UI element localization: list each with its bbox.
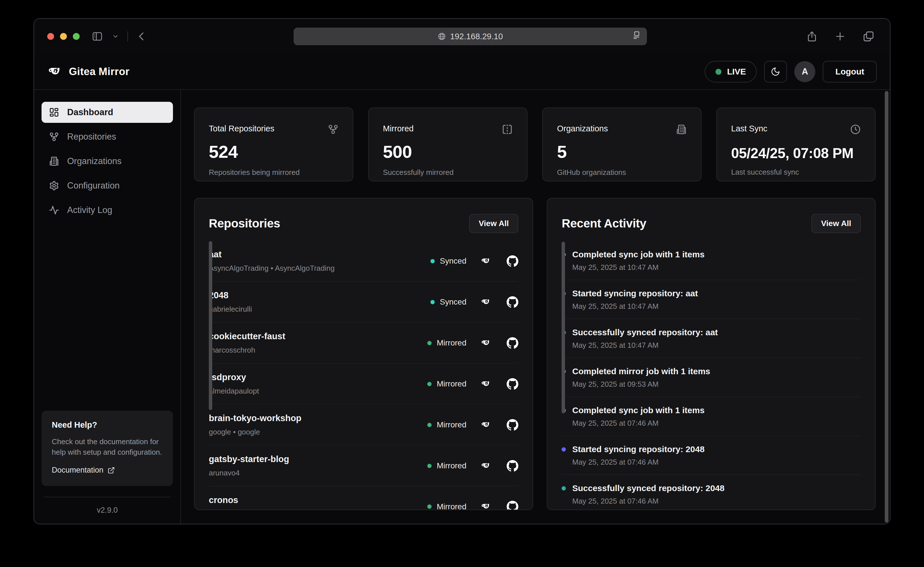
gitea-cup-icon[interactable] [481, 461, 491, 471]
sidebar-divider [44, 497, 171, 497]
activity-text: Started syncing repository: 2048 [572, 444, 705, 454]
status-dot [427, 504, 431, 509]
status-dot [430, 259, 435, 263]
repositories-view-all-button[interactable]: View All [469, 214, 518, 233]
sidebar-item-activity-log[interactable]: Activity Log [42, 200, 173, 220]
avatar[interactable]: A [794, 61, 815, 82]
gitea-cup-icon[interactable] [481, 297, 491, 307]
gear-icon [49, 181, 59, 191]
stat-title: Last Sync [731, 124, 767, 134]
github-icon[interactable] [507, 419, 518, 431]
reader-icon[interactable] [632, 31, 641, 39]
layout-dashboard-icon [49, 107, 59, 117]
sidebar-item-configuration[interactable]: Configuration [42, 175, 173, 196]
documentation-link[interactable]: Documentation [52, 466, 163, 475]
activity-timestamp: May 25, 2025 at 10:47 AM [572, 302, 861, 311]
gitea-cup-icon[interactable] [481, 502, 491, 510]
mirror-icon [502, 124, 512, 135]
recent-activity-panel: Recent Activity View All Completed sync … [547, 198, 876, 510]
sidebar-toggle-icon[interactable] [91, 31, 104, 42]
share-icon[interactable] [806, 31, 817, 42]
stat-subtitle: Last successful sync [731, 168, 861, 177]
chevron-down-icon[interactable] [112, 33, 119, 40]
sidebar-item-organizations[interactable]: Organizations [42, 151, 173, 172]
brand[interactable]: Gitea Mirror [47, 64, 129, 79]
activity-text: Started syncing repository: aat [572, 289, 698, 298]
back-icon[interactable] [137, 31, 147, 42]
browser-window: 192.168.29.10 Gitea Mirror LIVE A Log [33, 18, 891, 524]
github-icon[interactable] [507, 337, 518, 349]
moon-icon [771, 67, 780, 76]
documentation-link-label: Documentation [52, 466, 104, 475]
stat-title: Organizations [557, 124, 608, 134]
status-badge: Mirrored [437, 380, 466, 388]
address-bar[interactable]: 192.168.29.10 [294, 28, 647, 45]
stat-card-organizations: Organizations 5 GitHub organizations [542, 108, 702, 182]
stat-subtitle: GitHub organizations [557, 168, 687, 177]
logout-button[interactable]: Logout [823, 61, 877, 82]
clock-icon [850, 124, 861, 135]
repo-row[interactable]: cookiecutter-faust marcosschroh Mirrored [209, 322, 518, 363]
repo-list-scrollbar[interactable] [209, 241, 212, 410]
sidebar-item-dashboard[interactable]: Dashboard [42, 102, 173, 123]
minimize-window-button[interactable] [60, 33, 67, 40]
tabs-icon[interactable] [862, 30, 874, 42]
repo-owner: arunavo4 [209, 469, 289, 477]
activity-timestamp: May 25, 2025 at 10:47 AM [572, 341, 861, 350]
app-header: Gitea Mirror LIVE A Logout [34, 54, 890, 90]
github-icon[interactable] [507, 255, 518, 267]
activity-text: Successfully synced repository: 2048 [572, 483, 724, 493]
git-fork-icon [328, 124, 338, 135]
activity-item[interactable]: Started syncing repository: aat May 25, … [562, 280, 861, 319]
activity-item[interactable]: Completed sync job with 1 items May 25, … [562, 397, 861, 436]
repo-owner: AsyncAlgoTrading • AsyncAlgoTrading [209, 264, 335, 273]
github-icon[interactable] [507, 460, 518, 472]
url-text: 192.168.29.10 [450, 32, 503, 41]
activity-item[interactable]: Completed sync job with 1 items May 25, … [562, 241, 861, 280]
repo-row[interactable]: tsdproxy almeidapaulopt Mirrored [209, 363, 518, 404]
repo-owner: almeidapaulopt [209, 387, 259, 396]
activity-timestamp: May 25, 2025 at 07:46 AM [572, 497, 861, 506]
sidebar-item-label: Activity Log [67, 205, 113, 215]
new-tab-icon[interactable] [835, 31, 846, 42]
activity-item[interactable]: Successfully synced repository: aat May … [562, 319, 861, 358]
github-icon[interactable] [507, 501, 518, 510]
avatar-initial: A [802, 66, 808, 77]
gitea-cup-icon[interactable] [481, 256, 491, 266]
repo-row[interactable]: brain-tokyo-workshop google • google Mir… [209, 404, 518, 445]
stat-subtitle: Repositories being mirrored [209, 168, 338, 177]
activity-item[interactable]: Successfully synced repository: 2048 May… [562, 475, 861, 510]
activity-timestamp: May 25, 2025 at 09:53 AM [572, 380, 861, 389]
live-dot [715, 69, 721, 75]
stat-subtitle: Successfully mirrored [383, 168, 512, 177]
activity-timestamp: May 25, 2025 at 07:46 AM [572, 419, 861, 428]
gitea-cup-icon[interactable] [481, 379, 491, 389]
live-status-badge: LIVE [705, 61, 757, 82]
theme-toggle-button[interactable] [764, 61, 787, 82]
sidebar-item-label: Organizations [67, 156, 122, 166]
repo-row[interactable]: gatsby-starter-blog arunavo4 Mirrored [209, 445, 518, 486]
repo-row[interactable]: cronos Mirrored [209, 486, 518, 510]
gitea-cup-icon[interactable] [481, 338, 491, 348]
repo-row[interactable]: aat AsyncAlgoTrading • AsyncAlgoTrading … [209, 241, 518, 282]
live-label: LIVE [727, 67, 746, 76]
repo-row[interactable]: 2048 gabrielecirulli Synced [209, 282, 518, 322]
activity-text: Completed sync job with 1 items [572, 250, 705, 260]
globe-icon [437, 32, 446, 40]
sidebar-item-repositories[interactable]: Repositories [42, 126, 173, 147]
status-badge: Mirrored [437, 420, 466, 429]
close-window-button[interactable] [47, 33, 54, 40]
page-scrollbar[interactable] [885, 91, 888, 523]
github-icon[interactable] [507, 378, 518, 390]
zoom-window-button[interactable] [73, 33, 80, 40]
activity-view-all-button[interactable]: View All [811, 214, 861, 233]
gitea-cup-icon[interactable] [481, 420, 491, 430]
help-title: Need Help? [52, 420, 163, 430]
activity-text: Successfully synced repository: aat [572, 328, 718, 337]
activity-item[interactable]: Completed mirror job with 1 items May 25… [562, 358, 861, 397]
activity-item[interactable]: Started syncing repository: 2048 May 25,… [562, 436, 861, 475]
stat-card-last-sync: Last Sync 05/24/25, 07:08 PM Last succes… [716, 108, 876, 182]
activity-text: Completed sync job with 1 items [572, 405, 705, 415]
activity-list-scrollbar[interactable] [562, 242, 565, 414]
github-icon[interactable] [507, 296, 518, 308]
